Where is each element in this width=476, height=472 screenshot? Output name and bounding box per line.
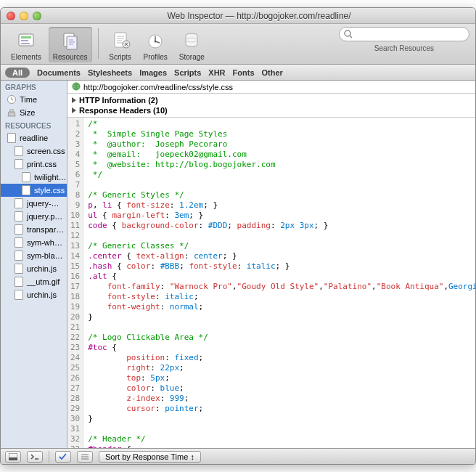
code-area[interactable]: 1234567891011121314151617181920212223242… bbox=[67, 118, 475, 448]
sidebar-item[interactable]: twilight… bbox=[1, 171, 67, 184]
filter-documents[interactable]: Documents bbox=[37, 68, 81, 77]
http-info-row[interactable]: HTTP Information (2) bbox=[67, 95, 475, 105]
svg-rect-3 bbox=[21, 43, 30, 44]
elements-label: Elements bbox=[11, 53, 41, 61]
elements-button[interactable]: Elements bbox=[7, 27, 46, 62]
sidebar-item[interactable]: __utm.gif bbox=[1, 275, 67, 288]
storage-button[interactable]: Storage bbox=[175, 27, 209, 62]
storage-label: Storage bbox=[179, 53, 205, 61]
sort-button[interactable]: Sort by Response Time ↕ bbox=[99, 451, 201, 463]
close-icon[interactable] bbox=[7, 12, 15, 20]
file-icon bbox=[14, 251, 24, 261]
sidebar-item[interactable]: readline bbox=[1, 131, 67, 145]
toolbar: Elements Resources Scripts Profiles Stor… bbox=[1, 24, 475, 65]
svg-rect-1 bbox=[21, 36, 31, 38]
sidebar-item-label: sym-bla… bbox=[27, 251, 63, 260]
statusbar: Sort by Response Time ↕ bbox=[1, 448, 475, 464]
dock-button[interactable] bbox=[5, 451, 21, 463]
breadcrumb-url: http://bogojoker.com/readline/css/style.… bbox=[83, 83, 233, 91]
file-icon bbox=[21, 172, 31, 182]
http-info-label: HTTP Information (2) bbox=[79, 96, 158, 105]
window-title: Web Inspector — http://bogojoker.com/rea… bbox=[49, 11, 469, 21]
sidebar-time[interactable]: Time bbox=[1, 93, 67, 106]
svg-rect-2 bbox=[21, 40, 28, 41]
svg-rect-14 bbox=[10, 110, 13, 112]
sidebar-item-label: urchin.js bbox=[27, 290, 57, 299]
console-button[interactable] bbox=[27, 451, 43, 463]
file-icon bbox=[14, 224, 24, 235]
breadcrumb[interactable]: http://bogojoker.com/readline/css/style.… bbox=[67, 81, 475, 94]
file-icon bbox=[14, 211, 24, 221]
file-icon bbox=[7, 133, 17, 143]
sidebar-item[interactable]: screen.css bbox=[1, 145, 67, 158]
sidebar-item-label: urchin.js bbox=[27, 264, 57, 273]
titlebar[interactable]: Web Inspector — http://bogojoker.com/rea… bbox=[1, 8, 475, 24]
main-area: GRAPHS Time Size RESOURCES readlinescree… bbox=[1, 81, 475, 448]
file-icon bbox=[14, 198, 24, 208]
weight-icon bbox=[7, 107, 17, 118]
minimize-icon[interactable] bbox=[20, 12, 28, 20]
graphs-header: GRAPHS bbox=[1, 81, 67, 93]
resource-list: readlinescreen.cssprint.csstwilight…styl… bbox=[1, 131, 67, 301]
inspector-window: Web Inspector — http://bogojoker.com/rea… bbox=[0, 7, 476, 465]
sidebar-item[interactable]: sym-wh… bbox=[1, 236, 67, 249]
sidebar-item-label: print.css bbox=[27, 160, 57, 168]
sidebar-item-label: jquery.p… bbox=[27, 212, 62, 221]
filter-fonts[interactable]: Fonts bbox=[233, 68, 255, 77]
sidebar-item-label: sym-wh… bbox=[27, 238, 62, 247]
sidebar-item-label: twilight… bbox=[34, 173, 67, 182]
resources-button[interactable]: Resources bbox=[49, 27, 92, 62]
sidebar-item[interactable]: urchin.js bbox=[1, 262, 67, 275]
sidebar-item[interactable]: print.css bbox=[1, 158, 67, 171]
storage-icon bbox=[180, 28, 203, 52]
checkmark-icon bbox=[59, 453, 67, 460]
toolbar-separator bbox=[98, 28, 99, 59]
filter-bar: All Documents Stylesheets Images Scripts… bbox=[1, 65, 475, 81]
record-button[interactable] bbox=[55, 451, 71, 463]
svg-point-12 bbox=[345, 30, 350, 36]
scripts-label: Scripts bbox=[109, 53, 131, 61]
filter-scripts[interactable]: Scripts bbox=[174, 68, 201, 77]
sidebar-item[interactable]: style.css bbox=[1, 184, 67, 197]
file-icon bbox=[14, 277, 24, 287]
sidebar: GRAPHS Time Size RESOURCES readlinescree… bbox=[1, 81, 67, 448]
sidebar-item[interactable]: sym-bla… bbox=[1, 249, 67, 262]
globe-icon bbox=[72, 82, 81, 92]
file-icon bbox=[21, 185, 31, 195]
filter-stylesheets[interactable]: Stylesheets bbox=[88, 68, 132, 77]
sidebar-item-label: __utm.gif bbox=[27, 277, 60, 286]
scripts-button[interactable]: Scripts bbox=[104, 27, 136, 62]
larger-resources-button[interactable] bbox=[77, 451, 93, 463]
response-headers-label: Response Headers (10) bbox=[79, 106, 168, 115]
file-icon bbox=[14, 146, 24, 156]
zoom-icon[interactable] bbox=[33, 12, 41, 20]
profiles-button[interactable]: Profiles bbox=[139, 27, 172, 62]
sidebar-item[interactable]: urchin.js bbox=[1, 288, 67, 301]
traffic-lights bbox=[7, 12, 41, 20]
filter-images[interactable]: Images bbox=[139, 68, 167, 77]
code-content[interactable]: /* * Simple Single Page Styles * @author… bbox=[83, 118, 475, 448]
sidebar-size[interactable]: Size bbox=[1, 106, 67, 119]
disclosure-triangle-icon bbox=[72, 97, 76, 103]
filter-other[interactable]: Other bbox=[262, 68, 283, 77]
content-pane: http://bogojoker.com/readline/css/style.… bbox=[67, 81, 475, 448]
search-container: Search Resources bbox=[339, 27, 469, 52]
sidebar-item[interactable]: jquery-… bbox=[1, 197, 67, 210]
response-headers-row[interactable]: Response Headers (10) bbox=[67, 105, 475, 115]
sidebar-item[interactable]: transpar… bbox=[1, 223, 67, 236]
sort-label: Sort by Response Time bbox=[105, 452, 188, 461]
search-input[interactable] bbox=[339, 27, 469, 41]
clock-icon bbox=[7, 94, 17, 105]
dock-icon bbox=[9, 453, 17, 460]
disclosure-triangle-icon bbox=[72, 107, 76, 113]
resources-icon bbox=[59, 28, 82, 52]
console-icon bbox=[30, 453, 39, 460]
sidebar-item[interactable]: jquery.p… bbox=[1, 210, 67, 223]
scripts-icon bbox=[109, 28, 132, 52]
sidebar-size-label: Size bbox=[20, 108, 35, 117]
filter-all[interactable]: All bbox=[5, 68, 30, 78]
sidebar-item-label: readline bbox=[20, 134, 48, 142]
svg-point-9 bbox=[155, 41, 157, 43]
filter-xhr[interactable]: XHR bbox=[208, 68, 225, 77]
headers-section: HTTP Information (2) Response Headers (1… bbox=[67, 94, 475, 118]
